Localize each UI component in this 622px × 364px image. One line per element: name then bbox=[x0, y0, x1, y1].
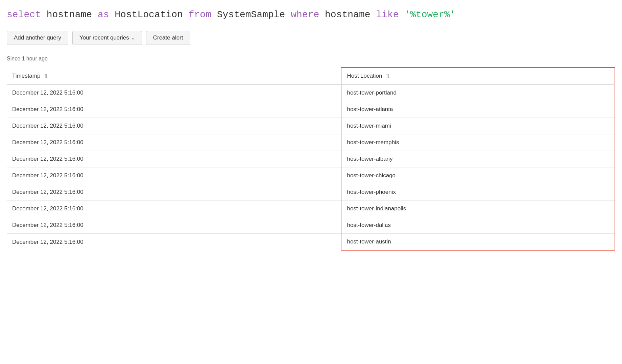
table-row: December 12, 2022 5:16:00host-tower-chic… bbox=[7, 167, 615, 184]
keyword-like: like bbox=[376, 9, 399, 20]
query-condition-field: hostname bbox=[325, 9, 370, 20]
cell-timestamp: December 12, 2022 5:16:00 bbox=[7, 201, 341, 217]
cell-hostlocation: host-tower-miami bbox=[341, 118, 615, 134]
table-row: December 12, 2022 5:16:00host-tower-indi… bbox=[7, 201, 615, 217]
table-row: December 12, 2022 5:16:00host-tower-memp… bbox=[7, 134, 615, 151]
sort-icon-timestamp[interactable]: ⇅ bbox=[44, 73, 48, 79]
table-row: December 12, 2022 5:16:00host-tower-alba… bbox=[7, 151, 615, 167]
table-row: December 12, 2022 5:16:00host-tower-port… bbox=[7, 84, 615, 101]
query-field: hostname bbox=[47, 9, 92, 20]
since-label: Since 1 hour ago bbox=[7, 56, 615, 62]
query-condition-value: '%tower%' bbox=[404, 9, 455, 20]
results-table: Timestamp ⇅ Host Location ⇅ December 12,… bbox=[7, 67, 615, 251]
sort-icon-hostlocation[interactable]: ⇅ bbox=[386, 73, 390, 79]
keyword-where: where bbox=[291, 9, 319, 20]
table-row: December 12, 2022 5:16:00host-tower-miam… bbox=[7, 118, 615, 134]
recent-queries-button[interactable]: Your recent queries ⌄ bbox=[72, 31, 142, 45]
cell-hostlocation: host-tower-dallas bbox=[341, 217, 615, 234]
keyword-from: from bbox=[189, 9, 211, 20]
cell-timestamp: December 12, 2022 5:16:00 bbox=[7, 118, 341, 134]
cell-hostlocation: host-tower-albany bbox=[341, 151, 615, 167]
query-display: select hostname as HostLocation from Sys… bbox=[7, 8, 615, 21]
cell-timestamp: December 12, 2022 5:16:00 bbox=[7, 184, 341, 201]
col-header-timestamp[interactable]: Timestamp ⇅ bbox=[7, 68, 341, 84]
cell-timestamp: December 12, 2022 5:16:00 bbox=[7, 217, 341, 234]
table-row: December 12, 2022 5:16:00host-tower-aust… bbox=[7, 234, 615, 251]
cell-timestamp: December 12, 2022 5:16:00 bbox=[7, 151, 341, 167]
toolbar: Add another query Your recent queries ⌄ … bbox=[7, 31, 615, 45]
query-table: SystemSample bbox=[217, 9, 285, 20]
cell-hostlocation: host-tower-phoenix bbox=[341, 184, 615, 201]
keyword-as: as bbox=[98, 9, 109, 20]
col-header-hostlocation[interactable]: Host Location ⇅ bbox=[341, 68, 615, 84]
cell-hostlocation: host-tower-memphis bbox=[341, 134, 615, 151]
cell-timestamp: December 12, 2022 5:16:00 bbox=[7, 84, 341, 101]
cell-hostlocation: host-tower-portland bbox=[341, 84, 615, 101]
cell-timestamp: December 12, 2022 5:16:00 bbox=[7, 167, 341, 184]
create-alert-button[interactable]: Create alert bbox=[146, 31, 190, 45]
query-alias: HostLocation bbox=[115, 9, 183, 20]
cell-timestamp: December 12, 2022 5:16:00 bbox=[7, 101, 341, 118]
cell-hostlocation: host-tower-atlanta bbox=[341, 101, 615, 118]
table-row: December 12, 2022 5:16:00host-tower-dall… bbox=[7, 217, 615, 234]
cell-timestamp: December 12, 2022 5:16:00 bbox=[7, 134, 341, 151]
chevron-down-icon: ⌄ bbox=[131, 35, 135, 41]
table-row: December 12, 2022 5:16:00host-tower-phoe… bbox=[7, 184, 615, 201]
cell-timestamp: December 12, 2022 5:16:00 bbox=[7, 234, 341, 251]
cell-hostlocation: host-tower-indianapolis bbox=[341, 201, 615, 217]
cell-hostlocation: host-tower-austin bbox=[341, 234, 615, 251]
add-query-button[interactable]: Add another query bbox=[7, 31, 68, 45]
keyword-select: select bbox=[7, 9, 41, 20]
table-row: December 12, 2022 5:16:00host-tower-atla… bbox=[7, 101, 615, 118]
cell-hostlocation: host-tower-chicago bbox=[341, 167, 615, 184]
